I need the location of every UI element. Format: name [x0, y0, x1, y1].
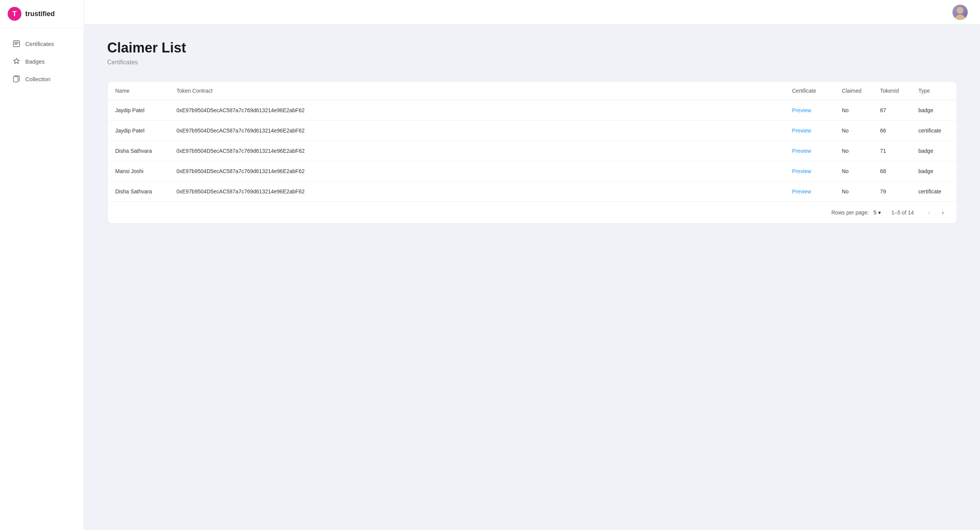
col-header-certificate: Certificate	[784, 82, 834, 100]
brand-logo-icon: T	[8, 7, 21, 21]
cell-certificate[interactable]: Preview	[784, 100, 834, 121]
preview-link[interactable]: Preview	[792, 168, 811, 174]
cell-certificate[interactable]: Preview	[784, 161, 834, 182]
cell-type: badge	[911, 161, 957, 182]
content-area: Claimer List Certificates Name Token Con…	[84, 25, 980, 530]
rows-per-page-value: 5	[874, 209, 877, 216]
avatar-image	[952, 5, 968, 20]
sidebar: T trustified Certificates B	[0, 0, 84, 530]
cell-claimed: No	[834, 141, 872, 161]
claimer-table: Name Token Contract Certificate Claimed …	[108, 82, 957, 201]
pagination-buttons: ‹ ›	[923, 206, 949, 219]
cell-token_contract: 0xE97b9504D5ecAC587a7c769d613214e96E2abF…	[169, 100, 784, 121]
cell-certificate[interactable]: Preview	[784, 121, 834, 141]
cell-tokenid: 71	[872, 141, 911, 161]
cell-token_contract: 0xE97b9504D5ecAC587a7c769d613214e96E2abF…	[169, 161, 784, 182]
sidebar-item-collection[interactable]: Collection	[3, 71, 81, 87]
cell-token_contract: 0xE97b9504D5ecAC587a7c769d613214e96E2abF…	[169, 182, 784, 202]
claimer-table-card: Name Token Contract Certificate Claimed …	[107, 81, 957, 224]
cell-name: Jaydip Patel	[108, 100, 169, 121]
collection-icon	[12, 75, 21, 83]
cell-type: badge	[911, 100, 957, 121]
cell-tokenid: 79	[872, 182, 911, 202]
col-header-tokenid: TokenId	[872, 82, 911, 100]
sidebar-logo: T trustified	[0, 0, 84, 28]
badge-icon	[12, 57, 21, 65]
pagination-range: 1–5 of 14	[892, 209, 914, 216]
pagination-prev-button[interactable]: ‹	[923, 206, 935, 219]
sidebar-item-badges[interactable]: Badges	[3, 53, 81, 69]
preview-link[interactable]: Preview	[792, 188, 811, 195]
cell-type: certificate	[911, 121, 957, 141]
rows-per-page-label: Rows per page:	[831, 209, 869, 216]
chevron-down-icon: ▾	[878, 209, 881, 216]
cell-type: badge	[911, 141, 957, 161]
cell-tokenid: 67	[872, 100, 911, 121]
preview-link[interactable]: Preview	[792, 128, 811, 134]
cell-claimed: No	[834, 100, 872, 121]
cell-name: Disha Sathvara	[108, 182, 169, 202]
pagination-next-button[interactable]: ›	[937, 206, 949, 219]
cell-name: Mansi Joshi	[108, 161, 169, 182]
brand-name: trustified	[25, 10, 55, 18]
cell-name: Jaydip Patel	[108, 121, 169, 141]
sidebar-item-certificates[interactable]: Certificates	[3, 36, 81, 52]
cell-claimed: No	[834, 121, 872, 141]
cell-certificate[interactable]: Preview	[784, 182, 834, 202]
sidebar-item-label: Badges	[25, 58, 45, 65]
preview-link[interactable]: Preview	[792, 107, 811, 113]
page-subtitle: Certificates	[107, 59, 957, 66]
col-header-type: Type	[911, 82, 957, 100]
table-row: Jaydip Patel0xE97b9504D5ecAC587a7c769d61…	[108, 121, 957, 141]
col-header-name: Name	[108, 82, 169, 100]
cell-type: certificate	[911, 182, 957, 202]
cell-certificate[interactable]: Preview	[784, 141, 834, 161]
cell-claimed: No	[834, 161, 872, 182]
rows-per-page-control: Rows per page: 5 ▾	[831, 209, 882, 216]
table-footer: Rows per page: 5 ▾ 1–5 of 14 ‹ ›	[108, 201, 957, 223]
main-area: Claimer List Certificates Name Token Con…	[84, 0, 980, 530]
certificate-icon	[12, 39, 21, 48]
user-avatar[interactable]	[952, 5, 968, 20]
table-row: Disha Sathvara0xE97b9504D5ecAC587a7c769d…	[108, 182, 957, 202]
page-title: Claimer List	[107, 40, 957, 56]
cell-token_contract: 0xE97b9504D5ecAC587a7c769d613214e96E2abF…	[169, 121, 784, 141]
sidebar-item-label: Certificates	[25, 41, 54, 47]
svg-rect-4	[13, 77, 18, 82]
cell-name: Disha Sathvara	[108, 141, 169, 161]
sidebar-item-label: Collection	[25, 76, 51, 82]
table-row: Disha Sathvara0xE97b9504D5ecAC587a7c769d…	[108, 141, 957, 161]
cell-tokenid: 66	[872, 121, 911, 141]
col-header-claimed: Claimed	[834, 82, 872, 100]
cell-claimed: No	[834, 182, 872, 202]
cell-token_contract: 0xE97b9504D5ecAC587a7c769d613214e96E2abF…	[169, 141, 784, 161]
table-row: Jaydip Patel0xE97b9504D5ecAC587a7c769d61…	[108, 100, 957, 121]
cell-tokenid: 68	[872, 161, 911, 182]
table-header-row: Name Token Contract Certificate Claimed …	[108, 82, 957, 100]
svg-rect-0	[13, 41, 20, 47]
rows-per-page-select[interactable]: 5 ▾	[872, 209, 882, 216]
table-row: Mansi Joshi0xE97b9504D5ecAC587a7c769d613…	[108, 161, 957, 182]
col-header-contract: Token Contract	[169, 82, 784, 100]
topbar	[84, 0, 980, 25]
preview-link[interactable]: Preview	[792, 148, 811, 154]
sidebar-nav: Certificates Badges Collection	[0, 28, 84, 95]
